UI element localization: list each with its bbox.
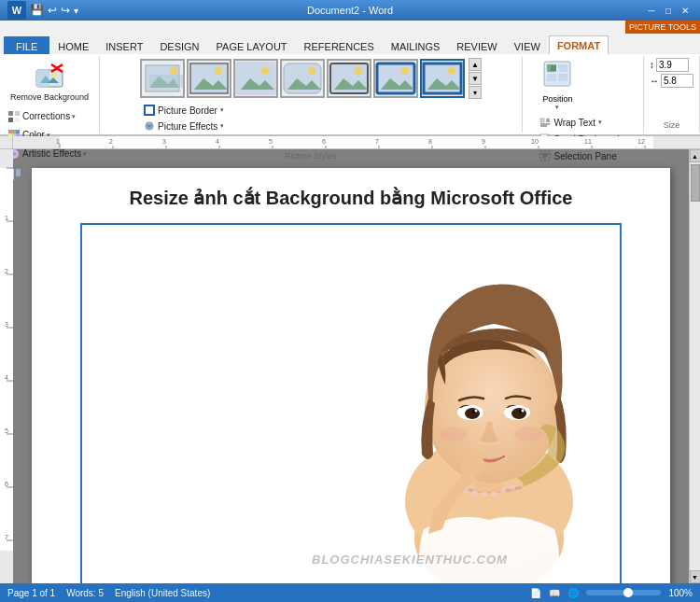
svg-rect-77 (653, 136, 700, 149)
svg-rect-20 (16, 169, 21, 176)
minimize-button[interactable]: ─ (644, 3, 659, 18)
tab-format[interactable]: FORMAT (549, 35, 609, 55)
title-bar-left: W 💾 ↩ ↪ ▾ (7, 1, 78, 20)
selection-pane-button[interactable]: Selection Pane (536, 148, 629, 163)
style-thumb-6[interactable] (373, 59, 418, 98)
styles-more[interactable]: ▾ (469, 86, 482, 99)
selection-pane-icon (539, 150, 551, 161)
svg-rect-12 (12, 130, 16, 133)
svg-text:4: 4 (5, 374, 8, 381)
tab-references[interactable]: REFERENCES (296, 36, 383, 55)
picture-border-button[interactable]: Picture Border ▾ (140, 103, 228, 118)
width-input[interactable] (661, 74, 693, 88)
height-input[interactable] (656, 58, 689, 72)
styles-scroll-up[interactable]: ▲ (469, 58, 482, 71)
view-mode-reading[interactable]: 📖 (549, 588, 560, 598)
svg-point-4 (52, 72, 58, 77)
document-title: Document2 - Word (307, 5, 393, 16)
svg-point-139 (514, 427, 542, 441)
position-button[interactable]: Position ▾ (536, 58, 579, 114)
svg-text:10: 10 (531, 138, 539, 145)
zoom-thumb[interactable] (623, 588, 633, 597)
svg-text:11: 11 (584, 138, 592, 145)
scroll-down-button[interactable]: ▼ (690, 570, 701, 583)
view-mode-web[interactable]: 🌐 (567, 588, 579, 598)
style-thumb-3[interactable] (233, 59, 278, 98)
svg-text:7: 7 (5, 534, 8, 540)
redo-icon[interactable]: ↪ (61, 4, 70, 17)
size-label: Size (664, 120, 680, 131)
scroll-up-button[interactable]: ▲ (690, 149, 701, 162)
arrange-group: Position ▾ Wrap Text ▾ (523, 56, 644, 133)
svg-text:9: 9 (482, 138, 485, 145)
svg-rect-9 (8, 118, 13, 122)
close-button[interactable]: ✕ (678, 3, 693, 18)
scroll-thumb[interactable] (691, 164, 700, 202)
vertical-scrollbar[interactable]: ▲ ▼ (689, 149, 700, 583)
customize-icon[interactable]: ▾ (74, 6, 78, 16)
width-row: ↔ (650, 74, 693, 88)
vertical-ruler: 1 2 3 4 5 6 7 (0, 149, 13, 583)
svg-point-35 (261, 67, 269, 75)
view-mode-print[interactable]: 📄 (530, 588, 541, 598)
artistic-arrow: ▾ (83, 150, 87, 158)
size-content: ↕ ↔ (650, 58, 693, 119)
save-icon[interactable]: 💾 (30, 4, 44, 17)
svg-point-133 (511, 408, 526, 419)
svg-point-27 (170, 67, 177, 75)
main-area: 1 2 3 4 5 6 7 Resize ảnh cắt Background … (0, 149, 700, 583)
styles-scroll-down[interactable]: ▼ (469, 72, 482, 85)
style-thumbs-row: ▲ ▼ ▾ (140, 58, 482, 99)
zoom-slider[interactable] (586, 590, 661, 595)
svg-text:2: 2 (109, 138, 113, 145)
style-thumb-2[interactable] (187, 59, 231, 98)
watermark: BLOGCHIASEKIENTHUC.COM (312, 553, 508, 567)
tab-review[interactable]: REVIEW (448, 36, 505, 55)
tab-page-layout[interactable]: PAGE LAYOUT (208, 36, 296, 55)
tab-mailings[interactable]: MAILINGS (383, 36, 449, 55)
svg-text:7: 7 (375, 138, 379, 145)
tab-design[interactable]: DESIGN (151, 36, 207, 55)
undo-icon[interactable]: ↩ (48, 4, 57, 17)
remove-background-button[interactable]: Remove Background (4, 58, 95, 107)
svg-text:1: 1 (5, 215, 8, 221)
document-heading: Resize ảnh cắt Background bằng Microsoft… (60, 187, 642, 209)
tab-insert[interactable]: INSERT (97, 36, 151, 55)
svg-text:1: 1 (56, 138, 60, 145)
ribbon: Remove Background Corrections ▾ (0, 54, 700, 136)
svg-rect-62 (551, 65, 556, 71)
tab-file[interactable]: FILE (4, 36, 49, 55)
remove-background-icon (35, 63, 64, 92)
svg-rect-76 (13, 136, 60, 149)
selected-image[interactable]: BLOGCHIASEKIENTHUC.COM (80, 223, 622, 583)
position-icon (543, 61, 571, 94)
corrections-button[interactable]: Corrections ▾ (4, 108, 79, 125)
style-thumb-5[interactable] (327, 59, 371, 98)
style-thumb-7[interactable] (420, 59, 465, 98)
corrections-row: Corrections ▾ (4, 108, 91, 125)
border-arrow: ▾ (220, 106, 224, 114)
document-area[interactable]: Resize ảnh cắt Background bằng Microsoft… (13, 149, 689, 583)
svg-text:12: 12 (637, 138, 645, 145)
styles-label: Picture Styles (286, 151, 337, 161)
maximize-button[interactable]: □ (661, 3, 676, 18)
corrections-icon (7, 110, 21, 123)
tab-view[interactable]: VIEW (506, 36, 549, 55)
style-thumb-1[interactable] (140, 59, 185, 98)
svg-point-31 (215, 67, 222, 75)
svg-rect-59 (558, 64, 567, 72)
title-bar: W 💾 ↩ ↪ ▾ Document2 - Word ─ □ ✕ (0, 0, 700, 21)
svg-rect-63 (540, 119, 544, 122)
svg-rect-26 (149, 75, 183, 88)
svg-text:5: 5 (269, 138, 273, 145)
wrap-text-button[interactable]: Wrap Text ▾ (536, 115, 629, 130)
adjust-content: Remove Background Corrections ▾ (4, 58, 95, 183)
effects-arrow: ▾ (220, 122, 224, 130)
svg-rect-11 (8, 130, 12, 133)
svg-text:5: 5 (5, 427, 8, 434)
word-count: Words: 5 (66, 588, 104, 598)
style-thumb-4[interactable] (280, 59, 325, 98)
tab-home[interactable]: HOME (49, 36, 97, 55)
svg-rect-8 (15, 111, 20, 116)
picture-effects-button[interactable]: Picture Effects ▾ (140, 119, 228, 133)
